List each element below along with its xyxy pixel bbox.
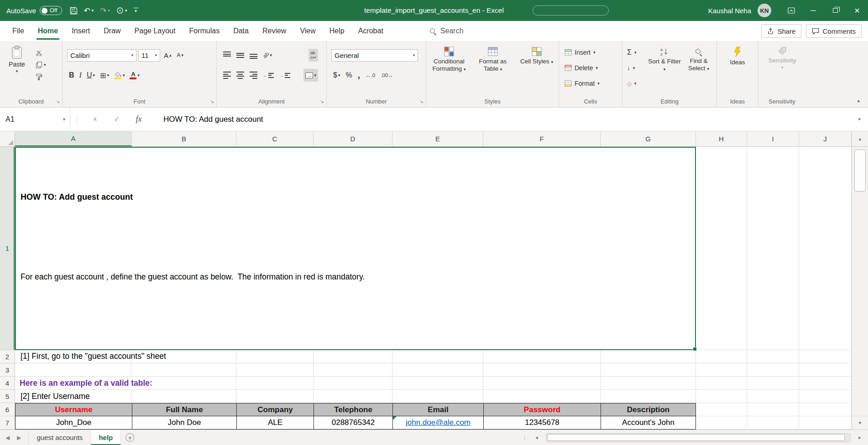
comments-button[interactable]: Comments bbox=[806, 24, 862, 38]
delete-cells-button[interactable]: Delete ▾ bbox=[565, 62, 598, 74]
scroll-right-button[interactable]: ▸ bbox=[854, 435, 865, 440]
increase-decimal-button[interactable]: ←.0 bbox=[364, 69, 377, 82]
vertical-scrollbar[interactable]: ▾ bbox=[852, 147, 868, 429]
cell[interactable] bbox=[747, 363, 799, 377]
email-link[interactable]: john.doe@ale.com bbox=[406, 418, 471, 427]
accounting-format-button[interactable]: $ ▾ bbox=[331, 69, 342, 82]
autosave-toggle[interactable]: AutoSave Off bbox=[6, 6, 62, 15]
clear-button[interactable]: ◇ ▾ bbox=[627, 78, 637, 89]
format-painter-button[interactable] bbox=[36, 72, 46, 81]
tab-view[interactable]: View bbox=[293, 21, 322, 41]
table-cell-full-name[interactable]: John Doe bbox=[132, 416, 236, 429]
row-header-6[interactable]: 6 bbox=[0, 403, 15, 416]
wrap-text-button[interactable]: abc↩ bbox=[309, 49, 318, 62]
cell[interactable] bbox=[747, 147, 799, 350]
cell[interactable] bbox=[696, 350, 747, 363]
select-all-button[interactable] bbox=[0, 131, 15, 146]
column-header-b[interactable]: B bbox=[132, 131, 236, 146]
table-cell-password[interactable]: 12345678 bbox=[483, 416, 601, 429]
fill-color-button[interactable]: ▾ bbox=[112, 69, 127, 82]
font-color-button[interactable]: A ▾ bbox=[128, 69, 141, 82]
cell[interactable] bbox=[799, 390, 852, 403]
tab-insert[interactable]: Insert bbox=[65, 21, 97, 41]
find-select-button[interactable]: Find & Select ▾ bbox=[683, 48, 715, 72]
tab-page-layout[interactable]: Page Layout bbox=[128, 21, 183, 41]
undo-button[interactable]: ↶ ▾ bbox=[82, 3, 96, 18]
bottom-align-button[interactable] bbox=[248, 49, 259, 62]
column-header-j[interactable]: J bbox=[799, 131, 852, 146]
table-cell-username[interactable]: John_Doe bbox=[15, 416, 132, 429]
scroll-left-button[interactable]: ◂ bbox=[531, 435, 542, 440]
merge-center-button[interactable]: ↔ ▾ bbox=[303, 69, 318, 82]
row-header-7[interactable]: 7 bbox=[0, 416, 15, 429]
sensitivity-button[interactable]: Sensitivity ▾ bbox=[763, 47, 801, 70]
account-name[interactable]: Kaushal Neha bbox=[708, 7, 751, 15]
tab-draw[interactable]: Draw bbox=[97, 21, 127, 41]
decrease-indent-button[interactable]: ← bbox=[261, 69, 276, 82]
cell[interactable] bbox=[696, 377, 747, 390]
align-center-button[interactable] bbox=[235, 69, 246, 82]
tab-data[interactable]: Data bbox=[226, 21, 256, 41]
cell[interactable] bbox=[696, 390, 747, 403]
ribbon-display-options-button[interactable] bbox=[780, 0, 802, 21]
conditional-formatting-button[interactable]: Conditional Formatting ▾ bbox=[428, 47, 470, 72]
row-header-5[interactable]: 5 bbox=[0, 390, 15, 403]
row-header-3[interactable]: 3 bbox=[0, 363, 15, 377]
insert-function-button[interactable]: fx bbox=[128, 108, 150, 131]
fill-button[interactable]: ↓ ▾ bbox=[627, 62, 635, 74]
increase-indent-button[interactable]: → bbox=[277, 69, 292, 82]
align-right-button[interactable] bbox=[248, 69, 259, 82]
column-header-i[interactable]: I bbox=[747, 131, 799, 146]
decrease-font-size-button[interactable]: A ▾ bbox=[175, 49, 186, 62]
vertical-scrollbar-thumb[interactable] bbox=[854, 150, 866, 191]
cell[interactable] bbox=[747, 416, 799, 429]
cell[interactable] bbox=[747, 350, 799, 363]
horizontal-scrollbar[interactable] bbox=[546, 433, 851, 442]
number-format-combo[interactable]: General ▾ bbox=[331, 49, 418, 62]
cell-a1-merged-selected[interactable]: HOW TO: Add guest account For each guest… bbox=[15, 147, 696, 350]
next-sheet-button[interactable]: ▶ bbox=[17, 435, 21, 441]
cell[interactable] bbox=[799, 377, 852, 390]
cell[interactable] bbox=[696, 416, 747, 429]
tab-file[interactable]: File bbox=[5, 21, 31, 41]
ideas-button[interactable]: Ideas bbox=[722, 47, 753, 66]
decrease-decimal-button[interactable]: .00→ bbox=[379, 69, 395, 82]
tab-review[interactable]: Review bbox=[256, 21, 293, 41]
cell[interactable] bbox=[696, 147, 747, 350]
avatar[interactable]: KN bbox=[758, 4, 771, 17]
new-sheet-button[interactable]: + bbox=[125, 430, 134, 445]
column-header-g[interactable]: G bbox=[601, 131, 696, 146]
increase-font-size-button[interactable]: A ▴ bbox=[162, 49, 173, 62]
minimize-button[interactable]: ─ bbox=[802, 0, 824, 21]
format-as-table-button[interactable]: Format as Table ▾ bbox=[472, 47, 514, 72]
autosave-pill[interactable]: Off bbox=[40, 6, 62, 15]
top-align-button[interactable] bbox=[221, 49, 233, 62]
cell[interactable] bbox=[747, 390, 799, 403]
search-box[interactable]: Search bbox=[429, 27, 464, 35]
table-cell-description[interactable]: Account's John bbox=[601, 416, 696, 429]
column-header-c[interactable]: C bbox=[236, 131, 314, 146]
column-header-a[interactable]: A bbox=[15, 131, 132, 146]
comma-style-button[interactable]: , bbox=[356, 69, 362, 82]
copy-button[interactable]: ▾ bbox=[36, 60, 46, 69]
collapse-ribbon-button[interactable]: ▴ bbox=[857, 98, 860, 103]
tab-splitter-handle[interactable]: ⋮ bbox=[522, 434, 528, 441]
cancel-entry-button[interactable]: × bbox=[84, 108, 106, 131]
cell[interactable] bbox=[799, 350, 852, 363]
row-header-2[interactable]: 2 bbox=[0, 350, 15, 363]
row-header-4[interactable]: 4 bbox=[0, 377, 15, 390]
save-button[interactable] bbox=[68, 3, 80, 18]
expand-formula-bar-button[interactable]: ▾ bbox=[858, 116, 868, 122]
cell[interactable] bbox=[799, 403, 852, 416]
redo-button[interactable]: ↷ ▾ bbox=[98, 3, 112, 18]
cell[interactable] bbox=[747, 403, 799, 416]
insert-cells-button[interactable]: Insert ▾ bbox=[565, 47, 596, 58]
middle-align-button[interactable] bbox=[235, 49, 246, 62]
tab-help[interactable]: Help bbox=[323, 21, 351, 41]
touch-mode-button[interactable]: ▾ bbox=[114, 3, 130, 18]
cell[interactable] bbox=[799, 416, 852, 429]
column-header-f[interactable]: F bbox=[483, 131, 601, 146]
table-cell-company[interactable]: ALE bbox=[236, 416, 314, 429]
previous-sheet-button[interactable]: ◀ bbox=[5, 435, 10, 441]
cell[interactable] bbox=[799, 147, 852, 350]
